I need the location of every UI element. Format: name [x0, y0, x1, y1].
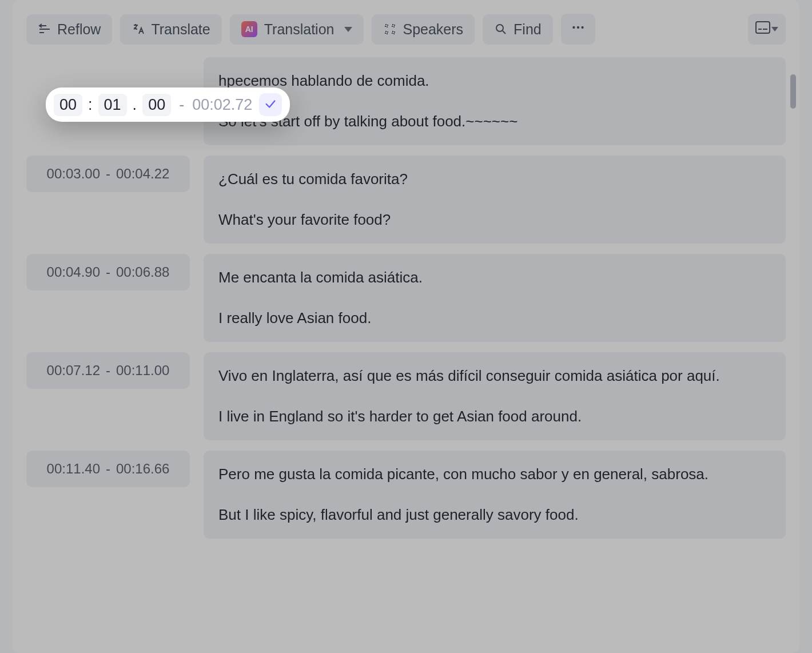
reflow-button[interactable]: Reflow [26, 14, 112, 45]
scrollbar[interactable] [790, 74, 796, 578]
time-range[interactable]: 00:07.12 - 00:11.00 [26, 352, 190, 389]
colon-separator: : [87, 96, 94, 114]
time-editor-seconds[interactable]: 01 [98, 94, 127, 116]
target-text: I live in England so it's harder to get … [218, 405, 771, 428]
reflow-icon [38, 22, 51, 36]
subtitle-view-dropdown[interactable] [748, 14, 786, 45]
subtitle-text[interactable]: hpecemos hablando de comida. So let's st… [204, 57, 786, 145]
source-text: Me encanta la comida asiática. [218, 266, 771, 289]
subtitle-text[interactable]: Vivo en Inglaterra, así que es más difíc… [204, 352, 786, 440]
svg-point-0 [496, 25, 503, 31]
toolbar: Reflow Translate AI Translation Speakers… [26, 14, 786, 45]
search-icon [494, 22, 508, 36]
find-label: Find [514, 21, 542, 38]
svg-rect-4 [756, 22, 770, 33]
time-start: 00:03.00 [47, 166, 100, 182]
chevron-down-icon [344, 27, 352, 32]
subtitle-icon [755, 21, 770, 37]
svg-point-2 [577, 26, 579, 29]
svg-point-3 [581, 26, 583, 29]
time-editor-centiseconds[interactable]: 00 [142, 94, 171, 116]
dash-separator: - [176, 96, 188, 114]
time-start: 00:11.40 [47, 461, 100, 477]
translate-icon [132, 22, 145, 36]
translate-label: Translate [151, 21, 210, 38]
time-dash: - [106, 166, 110, 182]
confirm-button[interactable] [259, 93, 282, 116]
time-start: 00:04.90 [47, 264, 100, 280]
dot-separator: . [132, 96, 138, 114]
svg-point-1 [572, 26, 575, 29]
speakers-label: Speakers [403, 21, 463, 38]
target-text: What's your favorite food? [218, 209, 771, 231]
time-end: 00:16.66 [116, 461, 169, 477]
time-end: 00:11.00 [116, 363, 169, 379]
time-editor-end[interactable]: 00:02.72 [192, 96, 252, 114]
target-text: I really love Asian food. [218, 307, 771, 329]
scrollbar-thumb[interactable] [790, 74, 796, 109]
speakers-button[interactable]: Speakers [372, 14, 475, 45]
time-range[interactable]: 00:11.40 - 00:16.66 [26, 451, 190, 487]
subtitle-row: 00:04.90 - 00:06.88 Me encanta la comida… [26, 254, 786, 342]
subtitle-row: 00:07.12 - 00:11.00 Vivo en Inglaterra, … [26, 352, 786, 440]
subtitle-row: 00:11.40 - 00:16.66 Pero me gusta la com… [26, 451, 786, 539]
subtitle-text[interactable]: Pero me gusta la comida picante, con muc… [204, 451, 786, 539]
time-dash: - [106, 363, 110, 379]
find-button[interactable]: Find [483, 14, 553, 45]
subtitle-text[interactable]: Me encanta la comida asiática. I really … [204, 254, 786, 342]
chevron-down-icon [771, 27, 778, 31]
source-text: Pero me gusta la comida picante, con muc… [218, 463, 771, 485]
time-editor: 00 : 01 . 00 - 00:02.72 [46, 87, 290, 122]
translate-button[interactable]: Translate [120, 14, 221, 45]
ai-badge-icon: AI [241, 21, 257, 37]
time-end: 00:04.22 [116, 166, 169, 182]
time-range[interactable]: 00:04.90 - 00:06.88 [26, 254, 190, 290]
target-text: So let's start off by talking about food… [218, 110, 771, 133]
time-range[interactable]: 00:03.00 - 00:04.22 [26, 156, 190, 192]
time-editor-minutes[interactable]: 00 [54, 94, 82, 116]
subtitle-rows: 00:01.00 - 00:02.72 hpecemos hablando de… [26, 57, 786, 539]
reflow-label: Reflow [57, 21, 101, 38]
more-button[interactable] [561, 14, 595, 45]
translation-dropdown[interactable]: AI Translation [230, 14, 364, 45]
subtitle-text[interactable]: ¿Cuál es tu comida favorita? What's your… [204, 156, 786, 244]
time-start: 00:07.12 [47, 363, 100, 379]
time-dash: - [106, 264, 110, 280]
speakers-icon [383, 22, 397, 36]
target-text: But I like spicy, flavorful and just gen… [218, 504, 771, 526]
source-text: ¿Cuál es tu comida favorita? [218, 168, 771, 190]
source-text: hpecemos hablando de comida. [218, 70, 771, 92]
check-icon [264, 98, 277, 112]
subtitle-row: 00:03.00 - 00:04.22 ¿Cuál es tu comida f… [26, 156, 786, 244]
translation-label: Translation [264, 21, 335, 38]
ellipsis-icon [571, 20, 586, 38]
time-end: 00:06.88 [116, 264, 169, 280]
source-text: Vivo en Inglaterra, así que es más difíc… [218, 365, 771, 387]
time-dash: - [106, 461, 110, 477]
